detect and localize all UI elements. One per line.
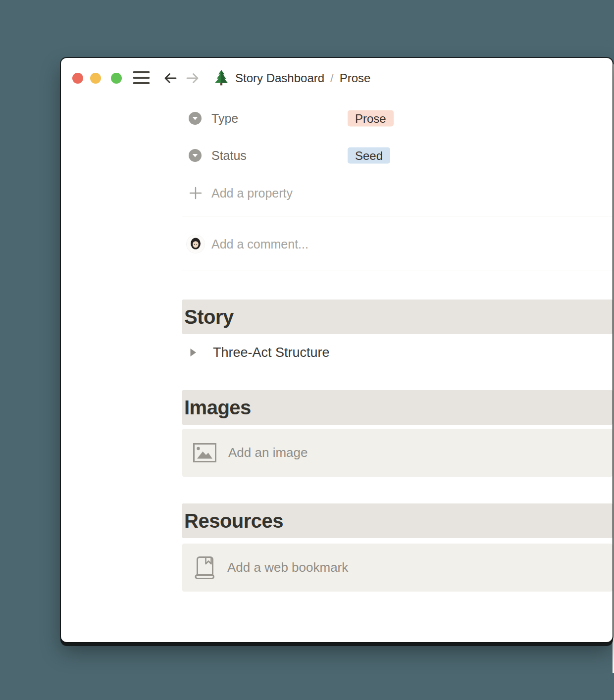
section-heading-story: Story <box>182 300 613 334</box>
user-avatar <box>187 235 205 253</box>
book-bookmark-icon <box>195 556 215 580</box>
resources-heading-text: Resources <box>182 510 283 532</box>
select-property-icon[interactable] <box>189 149 202 162</box>
images-heading-text: Images <box>182 397 251 419</box>
property-name-type[interactable]: Type <box>211 111 238 126</box>
add-property-button[interactable]: Add a property <box>182 184 613 202</box>
sidebar-menu-icon[interactable] <box>133 71 150 85</box>
add-web-bookmark-placeholder[interactable]: Add a web bookmark <box>182 544 613 592</box>
add-image-placeholder[interactable]: Add an image <box>182 429 613 477</box>
plus-icon <box>189 186 203 200</box>
close-window-button[interactable] <box>72 73 83 84</box>
add-property-label: Add a property <box>211 186 293 200</box>
triangle-right-icon[interactable] <box>190 348 197 357</box>
divider <box>182 270 613 270</box>
story-heading-text: Story <box>182 306 234 328</box>
property-name-status[interactable]: Status <box>211 149 247 163</box>
minimize-window-button[interactable] <box>90 73 101 84</box>
zoom-window-button[interactable] <box>111 73 122 84</box>
comment-row: Add a comment... <box>182 226 613 262</box>
section-heading-resources: Resources <box>182 503 613 538</box>
image-icon <box>193 443 216 462</box>
add-comment-input[interactable]: Add a comment... <box>211 237 308 251</box>
divider <box>182 216 613 216</box>
add-image-label: Add an image <box>228 445 307 460</box>
property-row-type: Type Prose <box>182 109 613 127</box>
toggle-label[interactable]: Three-Act Structure <box>213 345 330 360</box>
property-value-badge-seed[interactable]: Seed <box>348 148 390 164</box>
property-row-status: Status Seed <box>182 147 613 164</box>
toggle-block-three-act-structure[interactable]: Three-Act Structure <box>182 343 613 362</box>
property-value-badge-prose[interactable]: Prose <box>348 110 394 127</box>
notion-window: Story Dashboard / Prose Type Prose Statu… <box>61 58 613 642</box>
add-web-bookmark-label: Add a web bookmark <box>227 560 348 575</box>
select-property-icon[interactable] <box>189 112 202 125</box>
section-heading-images: Images <box>182 390 613 425</box>
back-arrow-icon[interactable] <box>161 70 178 87</box>
page-content: Type Prose Status Seed Add a property <box>182 58 613 642</box>
